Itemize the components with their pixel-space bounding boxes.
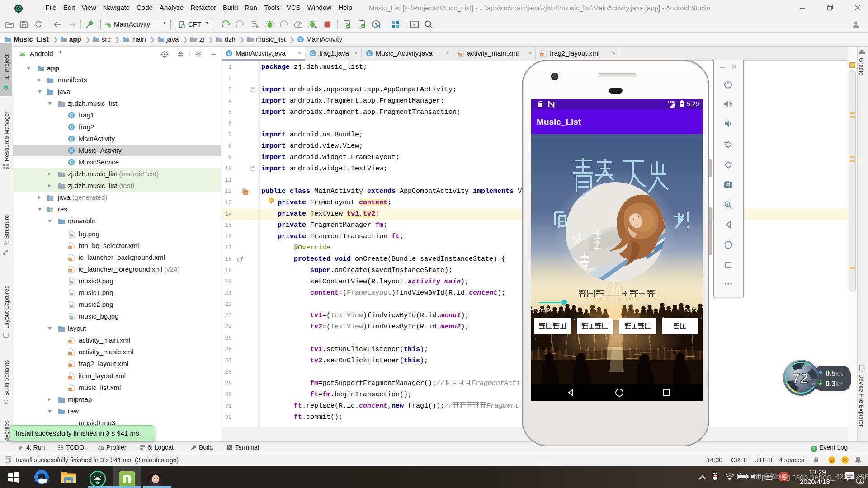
svg-text:C: C: [311, 51, 314, 56]
svg-text:<>: <>: [69, 364, 72, 367]
svg-text:C: C: [70, 136, 73, 141]
svg-text:C: C: [70, 160, 73, 165]
svg-text:<>: <>: [69, 270, 72, 273]
svg-text:72: 72: [792, 370, 808, 386]
svg-text:<>: <>: [69, 352, 72, 356]
svg-text:<>: <>: [244, 191, 247, 195]
svg-text:%: %: [808, 379, 815, 387]
svg-text:C: C: [368, 51, 371, 56]
svg-text:C: C: [70, 125, 73, 130]
svg-text:<>: <>: [69, 376, 72, 380]
svg-text:<>: <>: [458, 54, 462, 57]
svg-text:<>: <>: [541, 54, 544, 57]
svg-text:C: C: [70, 148, 73, 153]
svg-text:C: C: [227, 51, 231, 56]
svg-text:<>: <>: [69, 246, 72, 249]
svg-text:C: C: [299, 37, 302, 42]
svg-text:<>: <>: [69, 341, 72, 344]
svg-text:C: C: [70, 113, 73, 118]
svg-text:<>: <>: [69, 258, 72, 261]
svg-text:<>: <>: [69, 388, 72, 391]
